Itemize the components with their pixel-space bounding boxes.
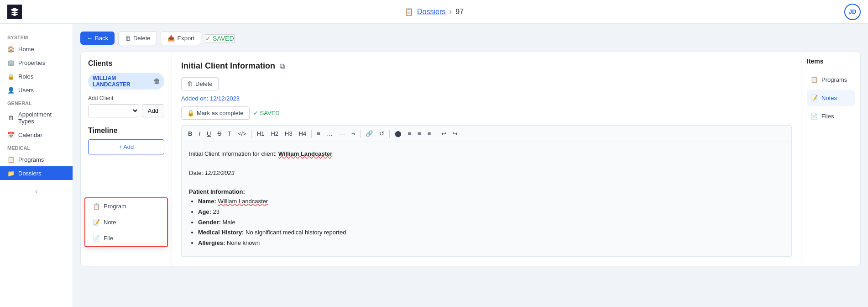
undo-button[interactable]: ↩	[439, 128, 449, 139]
sidebar-item-roles[interactable]: 🔒 Roles	[0, 69, 73, 83]
form-check-icon: ✓	[253, 110, 258, 116]
editor-sep-5	[436, 130, 436, 138]
h2-button[interactable]: H2	[268, 128, 281, 139]
form-panel: Initial Client Information ⧉ 🗑 Delete Ad…	[172, 52, 801, 266]
file-icon: 📄	[93, 235, 100, 242]
delete-icon: 🗑	[125, 35, 131, 42]
undo-link-button[interactable]: ↺	[376, 128, 387, 139]
dropdown-item-program[interactable]: 📋 Program	[85, 198, 167, 214]
sidebar: System 🏠 Home 🏢 Properties 🔒 Roles 👤 Use…	[0, 24, 73, 307]
sidebar-item-home[interactable]: 🏠 Home	[0, 42, 73, 56]
text-button[interactable]: T	[225, 128, 234, 139]
sidebar-item-programs[interactable]: 📋 Programs	[0, 153, 73, 166]
add-client-label: Add Client	[88, 95, 164, 101]
mark-complete-button[interactable]: 🔒 Mark as complete	[181, 106, 250, 120]
form-added-date-value: 12/12/2023	[210, 95, 240, 102]
form-panel-title: Initial Client Information	[181, 61, 275, 71]
copy-icon[interactable]: ⧉	[280, 62, 285, 70]
saved-status: ✓ SAVED	[205, 34, 234, 42]
align-left-button[interactable]: ≡	[314, 128, 323, 139]
checkmark-icon: ✓	[205, 35, 211, 42]
client-chip-delete[interactable]: 🗑	[153, 78, 160, 85]
bold-button[interactable]: B	[185, 128, 195, 139]
clients-panel: Clients WILLIAM LANDCASTER 🗑 Add Client …	[81, 52, 172, 266]
add-client-row: Add	[88, 104, 164, 117]
appointment-types-icon: 🗓	[7, 114, 15, 122]
date-label: Date:	[189, 169, 203, 176]
export-button[interactable]: 📤 Export	[161, 31, 201, 45]
list-item: Name: William Landcaster	[198, 197, 784, 206]
editor-date: 12/12/2023	[205, 169, 235, 176]
back-button[interactable]: ← Back	[80, 32, 115, 45]
italic-button[interactable]: I	[196, 128, 203, 139]
form-panel-header: Initial Client Information ⧉	[181, 61, 792, 71]
form-delete-button[interactable]: 🗑 Delete	[181, 77, 219, 90]
properties-icon: 🏢	[7, 59, 15, 66]
users-icon: 👤	[7, 86, 15, 94]
sidebar-collapse-button[interactable]: ‹	[0, 184, 73, 198]
list-item: Gender: Male	[198, 218, 784, 228]
right-panel-notes[interactable]: 📝 Notes	[807, 90, 855, 106]
dropdown-item-note[interactable]: 📝 Note	[85, 214, 167, 230]
sidebar-item-properties[interactable]: 🏢 Properties	[0, 56, 73, 69]
header: 📋 Dossiers › 97 JD	[0, 0, 868, 24]
note-icon: 📝	[93, 219, 100, 226]
add-client-select[interactable]	[88, 104, 139, 117]
ellipsis-button[interactable]: …	[324, 128, 335, 139]
editor-sep-1	[251, 130, 252, 138]
align-justify-button[interactable]: ≡	[425, 128, 434, 139]
strikethrough-button[interactable]: S	[214, 128, 224, 139]
logo[interactable]	[7, 5, 22, 19]
list-button[interactable]: ¬	[349, 128, 358, 139]
align-center-button[interactable]: ≡	[405, 128, 414, 139]
sidebar-item-calendar[interactable]: 📅 Calendar	[0, 128, 73, 142]
code-button[interactable]: </>	[235, 128, 249, 139]
calendar-icon: 📅	[7, 131, 15, 138]
sidebar-item-dossiers[interactable]: 📁 Dossiers	[0, 166, 73, 180]
dossiers-icon: 📁	[7, 169, 15, 177]
link-button[interactable]: 🔗	[363, 128, 376, 139]
home-icon: 🏠	[7, 45, 15, 53]
program-icon: 📋	[93, 203, 100, 210]
dropdown-item-file[interactable]: 📄 File	[85, 230, 167, 246]
export-icon: 📤	[167, 35, 175, 42]
redo-button[interactable]: ↪	[450, 128, 460, 139]
add-timeline-button[interactable]: + Add	[88, 139, 164, 154]
h3-button[interactable]: H3	[282, 128, 295, 139]
underline-button[interactable]: U	[204, 128, 214, 139]
h4-button[interactable]: H4	[296, 128, 309, 139]
timeline-section: Timeline + Add 📋 Program 📝 Note	[88, 127, 164, 154]
right-panel: Items 📋 Programs 📝 Notes 📄 Files	[801, 52, 860, 266]
right-notes-icon: 📝	[810, 93, 819, 102]
programs-sidebar-icon: 📋	[7, 156, 15, 163]
breadcrumb-separator: ›	[449, 7, 452, 16]
clients-title: Clients	[88, 59, 164, 68]
sidebar-item-appointment-types[interactable]: 🗓 Appointment Types	[0, 108, 73, 128]
h1-button[interactable]: H1	[254, 128, 267, 139]
roles-icon: 🔒	[7, 73, 15, 80]
right-programs-icon: 📋	[810, 75, 819, 84]
right-panel-files[interactable]: 📄 Files	[807, 108, 855, 124]
right-panel-title: Items	[807, 58, 855, 65]
em-dash-button[interactable]: —	[336, 128, 348, 139]
editor-sep-2	[311, 130, 312, 138]
editor-content[interactable]: Initial Client Information for client: W…	[181, 142, 792, 257]
avatar[interactable]: JD	[844, 4, 861, 20]
editor-client-name: William Landcaster	[278, 150, 332, 157]
right-panel-programs[interactable]: 📋 Programs	[807, 71, 855, 88]
main-content: ← Back 🗑 Delete 📤 Export ✓ SAVED Clients	[73, 24, 868, 307]
sidebar-item-users[interactable]: 👤 Users	[0, 83, 73, 97]
add-client-button[interactable]: Add	[142, 104, 164, 117]
editor-sep-3	[360, 130, 361, 138]
system-label: System	[0, 31, 73, 42]
delete-button[interactable]: 🗑 Delete	[118, 31, 157, 45]
align-right-button[interactable]: ≡	[415, 128, 424, 139]
editor-toolbar: B I U S T </> H1 H2 H3 H4 ≡ … — ¬	[181, 125, 792, 142]
breadcrumb-dossiers-link[interactable]: Dossiers	[417, 8, 445, 16]
breadcrumb: 📋 Dossiers › 97	[404, 7, 464, 16]
list-item: Allergies: None known	[198, 238, 784, 248]
align-left2-button[interactable]: ⬤	[392, 128, 404, 139]
form-added-date: Added on: 12/12/2023	[181, 95, 792, 102]
patient-info-list: Name: William Landcaster Age: 23 Gender:…	[198, 197, 784, 248]
breadcrumb-current: 97	[455, 8, 464, 16]
